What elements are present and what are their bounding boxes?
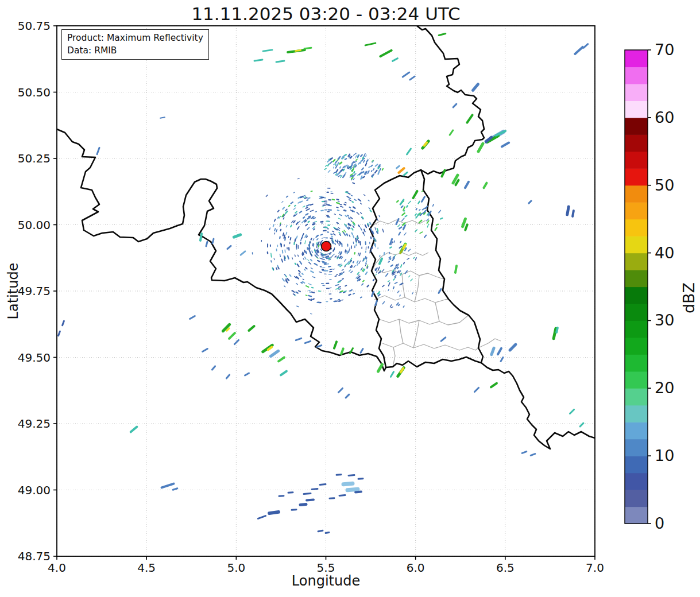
echo-mark: [391, 372, 394, 377]
echo-mark: [340, 292, 341, 293]
echo-mark: [284, 235, 285, 238]
echo-mark: [439, 210, 440, 212]
admin-border-line: [399, 319, 403, 343]
echo-mark: [322, 261, 324, 262]
echo-mark: [361, 176, 362, 179]
echo-mark: [297, 306, 299, 307]
echo-mark: [354, 253, 355, 254]
echo-mark: [363, 176, 365, 177]
echo-mark: [389, 253, 390, 254]
y-tick-label: 49.00: [18, 483, 51, 497]
echo-mark: [423, 208, 426, 210]
echo-mark: [286, 226, 287, 227]
echo-mark: [413, 191, 417, 198]
echo-mark: [347, 251, 348, 254]
echo-mark: [312, 292, 315, 293]
echo-mark: [361, 297, 362, 297]
echo-mark: [356, 159, 357, 160]
echo-mark: [348, 193, 350, 194]
echo-mark: [390, 258, 391, 259]
echo-mark: [369, 208, 370, 209]
echo-mark: [378, 272, 380, 273]
colorbar-segment: [625, 422, 648, 439]
echo-mark: [420, 232, 422, 233]
echo-mark: [296, 338, 301, 340]
echo-mark: [307, 200, 308, 200]
echo-mark: [320, 249, 322, 251]
echo-mark: [338, 388, 342, 392]
echo-mark: [415, 214, 416, 215]
echo-mark: [336, 288, 339, 289]
country-border-line: [417, 26, 484, 174]
map-plot-canvas: 4.04.55.05.56.06.57.050.7550.5050.2550.0…: [0, 0, 700, 597]
echo-mark: [331, 237, 332, 237]
echo-mark: [278, 210, 279, 211]
echo-mark: [313, 228, 314, 228]
echo-mark: [338, 210, 339, 211]
echo-mark: [339, 243, 339, 246]
echo-mark: [372, 292, 374, 296]
echo-mark: [303, 197, 305, 198]
echo-mark: [303, 217, 304, 218]
echo-mark: [556, 328, 558, 332]
echo-mark: [173, 489, 177, 490]
colorbar-tick-label: 0: [655, 514, 664, 532]
echo-mark: [299, 273, 300, 274]
echo-mark: [349, 250, 349, 253]
y-tick-label: 49.50: [18, 351, 51, 365]
echo-mark: [312, 288, 313, 288]
echo-mark: [310, 241, 310, 243]
echo-mark: [245, 373, 249, 375]
echo-mark: [297, 264, 299, 266]
echo-mark: [376, 301, 377, 305]
echo-mark: [347, 215, 349, 216]
echo-mark: [295, 239, 296, 241]
echo-mark: [359, 253, 360, 256]
echo-mark: [353, 183, 354, 183]
colorbar-tick-label: 50: [655, 176, 674, 194]
echo-mark: [349, 294, 350, 296]
echo-mark: [307, 499, 314, 500]
echo-mark: [310, 242, 311, 243]
colorbar-tick-label: 40: [655, 244, 674, 262]
echo-mark: [358, 479, 363, 479]
echo-mark: [296, 50, 301, 51]
echo-mark: [339, 232, 340, 234]
admin-border-line: [393, 347, 395, 367]
echo-mark: [303, 282, 305, 283]
echo-mark: [355, 238, 356, 241]
echo-mark: [338, 228, 340, 229]
echo-mark: [380, 255, 380, 257]
admin-border-line: [435, 303, 439, 321]
echo-mark: [364, 229, 365, 231]
echo-mark: [330, 272, 332, 272]
echo-mark: [366, 160, 368, 162]
echo-mark: [266, 195, 267, 196]
echo-mark: [227, 246, 231, 249]
echo-mark: [368, 171, 369, 174]
echo-mark: [335, 276, 336, 277]
echo-mark: [492, 348, 494, 354]
admin-border-line: [413, 320, 419, 348]
colorbar-segment: [625, 304, 648, 321]
echo-mark: [404, 172, 407, 175]
echo-mark: [347, 166, 348, 168]
echo-mark: [436, 224, 438, 226]
echo-mark: [63, 321, 64, 325]
y-tick-label: 50.25: [18, 152, 51, 165]
echo-mark: [357, 237, 357, 238]
echo-mark: [388, 261, 389, 262]
echo-mark: [305, 214, 308, 215]
echo-mark: [283, 278, 284, 281]
echo-mark: [301, 282, 302, 283]
echo-mark: [408, 201, 411, 203]
echo-mark: [357, 263, 358, 266]
echo-mark: [442, 170, 444, 177]
echo-mark: [288, 256, 289, 259]
echo-mark: [305, 197, 307, 199]
echo-mark: [307, 236, 307, 237]
echo-mark: [293, 192, 295, 193]
echo-mark: [393, 59, 398, 61]
echo-mark: [276, 61, 284, 62]
echo-mark: [296, 284, 297, 285]
